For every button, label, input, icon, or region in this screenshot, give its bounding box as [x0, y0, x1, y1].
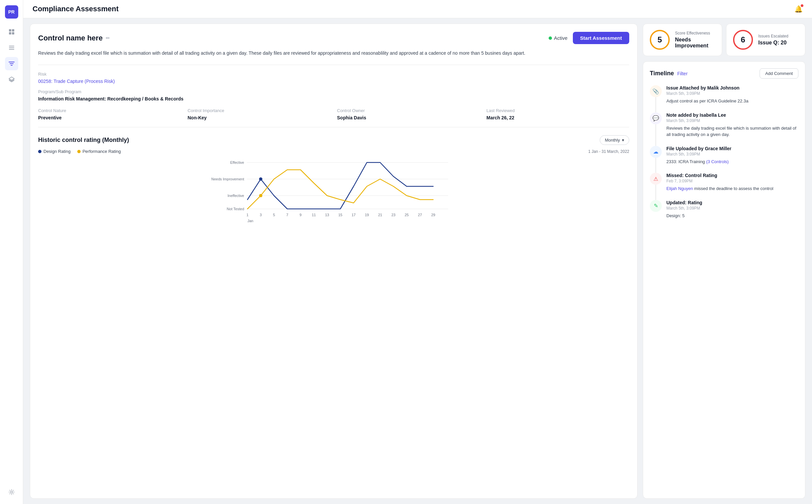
score-info-effectiveness: Score Effectiveness Needs Improvement	[675, 31, 715, 49]
svg-text:25: 25	[405, 213, 409, 217]
sidebar-item-list[interactable]	[5, 41, 18, 54]
svg-rect-0	[9, 29, 11, 31]
field-value-2: Sophia Davis	[337, 115, 480, 120]
svg-text:Jan: Jan	[247, 219, 253, 223]
timeline-header: Timeline Filter Add Comment	[650, 68, 798, 79]
timeline-connector-1	[656, 97, 656, 112]
field-control-nature: Control Nature Preventive	[38, 108, 181, 120]
svg-text:1: 1	[246, 213, 248, 217]
main-container: Compliance Assessment 🔔 Control name her…	[23, 0, 812, 504]
timeline-desc-2: Reviews the daily trading excel file whi…	[666, 125, 798, 138]
timeline-link-4[interactable]: Elijah Nguyen	[666, 186, 693, 191]
timeline-connector-2	[656, 124, 656, 146]
sidebar-item-filter[interactable]	[5, 57, 18, 70]
score-text-effectiveness: Needs Improvement	[675, 37, 715, 49]
left-panel: Control name here ✏ Active Start Assessm…	[30, 24, 638, 499]
risk-section: Risk 00258: Trade Capture (Process Risk)	[38, 72, 629, 84]
sidebar-item-settings[interactable]	[5, 485, 18, 499]
svg-text:13: 13	[325, 213, 329, 217]
risk-link[interactable]: 00258: Trade Capture (Process Risk)	[38, 79, 629, 84]
control-header: Control name here ✏ Active Start Assessm…	[38, 32, 629, 44]
page-title: Compliance Assessment	[32, 5, 119, 13]
add-comment-button[interactable]: Add Comment	[760, 68, 798, 79]
svg-rect-4	[9, 46, 14, 46]
timeline-desc-4: Elijah Nguyen missed the deadline to ass…	[666, 185, 773, 192]
status-badge: Active	[549, 35, 568, 41]
control-name: Control name here	[38, 34, 102, 42]
timeline-desc-3: 2333: ICRA Training (3 Controls)	[666, 158, 731, 165]
svg-text:19: 19	[365, 213, 369, 217]
fields-grid: Control Nature Preventive Control Import…	[38, 108, 629, 120]
timeline-content-4: Missed: Control Rating Feb 7, 3:09PM Eli…	[666, 173, 773, 192]
legend-row: Design Rating Performance Rating 1 Jan -…	[38, 149, 629, 154]
score-label-effectiveness: Score Effectiveness	[675, 31, 715, 35]
timeline-icon-updated: ✎	[650, 200, 662, 212]
monthly-button[interactable]: Monthly ▾	[600, 135, 629, 145]
content-area: Control name here ✏ Active Start Assessm…	[23, 18, 812, 504]
svg-text:5: 5	[273, 213, 275, 217]
sidebar-item-grid[interactable]	[5, 25, 18, 38]
field-last-reviewed: Last Reviewed March 26, 22	[487, 108, 630, 120]
legend-design-rating: Design Rating	[38, 149, 71, 154]
field-value-1: Non-Key	[188, 115, 331, 120]
edit-icon[interactable]: ✏	[106, 35, 110, 41]
legend-items: Design Rating Performance Rating	[38, 149, 121, 154]
score-label-issues: Issues Escalated	[758, 34, 788, 38]
notification-bell[interactable]: 🔔	[794, 5, 803, 13]
chart-title: Historic control rating (Monthly)	[38, 137, 129, 144]
timeline-link-3[interactable]: (3 Controls)	[706, 159, 729, 164]
svg-text:Needs Improvement: Needs Improvement	[211, 177, 244, 181]
legend-dot-design	[38, 150, 41, 153]
status-dot	[549, 36, 552, 40]
svg-text:9: 9	[299, 213, 301, 217]
timeline-time-3: March 5th, 3:09PM	[666, 152, 731, 157]
svg-rect-1	[12, 29, 14, 31]
top-header: Compliance Assessment 🔔	[23, 0, 812, 18]
field-label-0: Control Nature	[38, 108, 181, 113]
start-assessment-button[interactable]: Start Assessment	[573, 32, 629, 44]
score-card-effectiveness: 5 Score Effectiveness Needs Improvement	[643, 24, 722, 56]
chart-section: Historic control rating (Monthly) Monthl…	[38, 135, 629, 224]
svg-text:27: 27	[418, 213, 422, 217]
timeline-title-5: Updated: Rating	[666, 200, 702, 205]
timeline-section: Timeline Filter Add Comment 📎 Issue Atta…	[643, 61, 805, 499]
sidebar-item-layers[interactable]	[5, 73, 18, 86]
timeline-connector-4	[656, 185, 656, 200]
field-label-3: Last Reviewed	[487, 108, 630, 113]
timeline-item-1: 📎 Issue Attached by Malik Johnson March …	[650, 85, 798, 104]
legend-performance-rating: Performance Rating	[77, 149, 121, 154]
timeline-desc-5: Design: 5	[666, 213, 702, 219]
svg-rect-2	[9, 32, 11, 34]
field-control-importance: Control Importance Non-Key	[188, 108, 331, 120]
svg-point-7	[11, 491, 13, 493]
score-value-issues: 6	[741, 35, 745, 44]
score-value-effectiveness: 5	[657, 35, 662, 44]
chart-svg: Effective Needs Improvement Ineffective …	[38, 157, 629, 223]
notification-dot	[801, 4, 803, 7]
svg-text:7: 7	[286, 213, 288, 217]
svg-text:29: 29	[431, 213, 435, 217]
sidebar: PR	[0, 0, 23, 504]
svg-text:Not Tested: Not Tested	[227, 207, 244, 211]
control-name-row: Control name here ✏	[38, 34, 110, 42]
svg-text:17: 17	[351, 213, 355, 217]
status-label: Active	[554, 35, 568, 41]
timeline-content-1: Issue Attached by Malik Johnson March 5t…	[666, 85, 748, 104]
chart-dot-performance	[259, 194, 262, 197]
score-card-issues: 6 Issues Escalated Issue Q: 20	[726, 24, 805, 56]
timeline-content-3: File Uploaded by Grace Miller March 5th,…	[666, 146, 731, 165]
timeline-title-4: Missed: Control Rating	[666, 173, 773, 178]
chart-wrapper: Effective Needs Improvement Ineffective …	[38, 157, 629, 224]
program-label: Program/Sub Program	[38, 89, 629, 94]
divider-1	[38, 65, 629, 65]
legend-dot-performance	[77, 150, 81, 153]
svg-text:11: 11	[312, 213, 316, 217]
chevron-down-icon: ▾	[622, 138, 624, 143]
svg-text:3: 3	[260, 213, 262, 217]
timeline-filter-button[interactable]: Filter	[677, 71, 688, 76]
timeline-item-5: ✎ Updated: Rating March 5th, 3:09PM Desi…	[650, 200, 798, 219]
control-actions: Active Start Assessment	[549, 32, 629, 44]
svg-text:21: 21	[378, 213, 382, 217]
field-control-owner: Control Owner Sophia Davis	[337, 108, 480, 120]
timeline-time-1: March 5th, 3:09PM	[666, 91, 748, 96]
